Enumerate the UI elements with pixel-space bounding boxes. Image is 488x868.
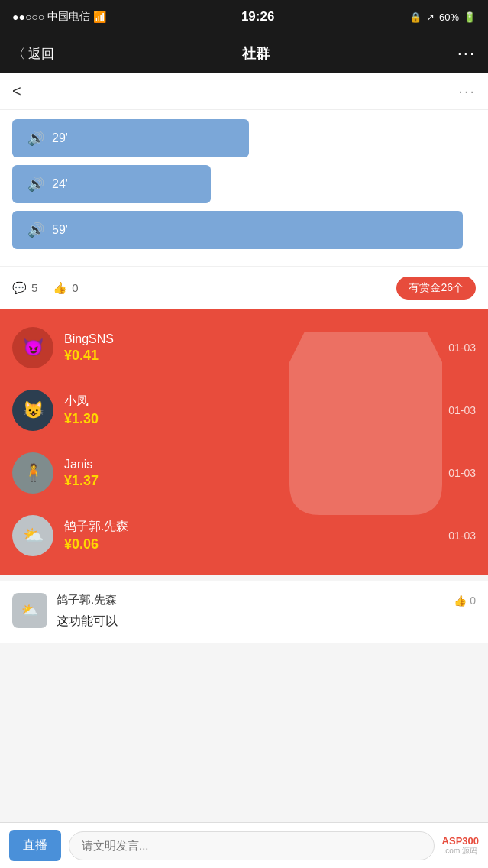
- carrier-label: 中国电信: [47, 10, 90, 24]
- comment-text-1: 这功能可以: [57, 612, 476, 630]
- comment-username-1: 鸽子郭.先森: [57, 593, 117, 607]
- voice-duration-1: 29': [52, 131, 68, 145]
- recipient-row-4: ⛅ 鸽子郭.先森 ¥0.06 01-03: [0, 504, 488, 567]
- comment-avatar-1: ⛅: [12, 593, 47, 628]
- comment-count: 5: [31, 281, 37, 294]
- message-input[interactable]: [69, 831, 435, 860]
- comment-body-1: 鸽子郭.先森 👍 0 这功能可以: [57, 593, 476, 630]
- recipient-avatar-2: 😺: [12, 390, 53, 431]
- recipient-info-2: 小凤 ¥1.30: [64, 394, 438, 427]
- nav-more-button[interactable]: ···: [457, 44, 476, 63]
- recipient-avatar-3: 🧍: [12, 452, 53, 494]
- reactions-left: 💬 5 👍 0: [12, 281, 79, 295]
- comment-icon: 💬: [12, 281, 27, 295]
- recipient-amount-1: ¥0.41: [64, 348, 438, 364]
- sub-nav: < ···: [0, 73, 488, 110]
- recipient-row-2: 😺 小凤 ¥1.30 01-03: [0, 379, 488, 442]
- voice-duration-3: 59': [52, 223, 68, 237]
- comment-header-1: 鸽子郭.先森 👍 0: [57, 593, 476, 607]
- voice-messages-area: 🔊 29' 🔊 24' 🔊 59': [0, 110, 488, 266]
- comment-section: ⛅ 鸽子郭.先森 👍 0 这功能可以: [0, 581, 488, 643]
- reward-label: 有赏金26个: [409, 281, 464, 293]
- nav-back-label: 返回: [28, 45, 54, 63]
- nav-bar: 〈 返回 社群 ···: [0, 34, 488, 73]
- thumb-icon-1: 👍: [454, 594, 467, 607]
- recipient-row-3: 🧍 Janis ¥1.37 01-03: [0, 442, 488, 504]
- voice-duration-2: 24': [52, 177, 68, 191]
- recipient-date-2: 01-03: [448, 404, 476, 416]
- like-count: 0: [72, 281, 78, 294]
- recipient-info-1: BingSNS ¥0.41: [64, 332, 438, 364]
- recipient-date-3: 01-03: [448, 467, 476, 479]
- recipient-name-2: 小凤: [64, 394, 438, 410]
- watermark: ASP300 .com 源码: [442, 835, 479, 857]
- speaker-icon-3: 🔊: [27, 222, 44, 238]
- red-packet-area: ¥ 😈 BingSNS ¥0.41 01-03 😺 小凤 ¥1.30 01-03: [0, 309, 488, 575]
- recipient-amount-4: ¥0.06: [64, 536, 438, 552]
- recipient-amount-3: ¥1.37: [64, 473, 438, 489]
- recipient-name-3: Janis: [64, 458, 438, 471]
- recipient-list: 😈 BingSNS ¥0.41 01-03 😺 小凤 ¥1.30 01-03 🧍: [0, 309, 488, 575]
- recipient-date-1: 01-03: [448, 342, 476, 354]
- speaker-icon-1: 🔊: [27, 130, 44, 147]
- speaker-icon-2: 🔊: [27, 176, 44, 193]
- reward-badge[interactable]: 有赏金26个: [396, 277, 476, 300]
- voice-message-2[interactable]: 🔊 24': [12, 165, 211, 203]
- recipient-info-4: 鸽子郭.先森 ¥0.06: [64, 519, 438, 552]
- bottom-bar: 直播 ASP300 .com 源码: [0, 822, 488, 868]
- recipient-avatar-4: ⛅: [12, 515, 53, 556]
- reactions-bar: 💬 5 👍 0 有赏金26个: [0, 266, 488, 309]
- battery-icon: 🔋: [464, 11, 476, 23]
- like-button[interactable]: 👍 0: [53, 281, 78, 295]
- recipient-name-1: BingSNS: [64, 332, 438, 346]
- live-button[interactable]: 直播: [9, 830, 61, 861]
- voice-message-3[interactable]: 🔊 59': [12, 211, 463, 249]
- nav-title: 社群: [242, 44, 270, 63]
- back-chevron-icon: 〈: [12, 45, 25, 63]
- status-right: 🔒 ↗ 60% 🔋: [409, 11, 476, 23]
- nav-back-button[interactable]: 〈 返回: [12, 45, 54, 63]
- recipient-info-3: Janis ¥1.37: [64, 458, 438, 489]
- battery-label: 60%: [439, 11, 459, 23]
- sub-nav-more-button[interactable]: ···: [458, 83, 476, 100]
- comment-like-button-1[interactable]: 👍 0: [454, 594, 476, 607]
- recipient-amount-2: ¥1.30: [64, 411, 438, 427]
- recipient-avatar-1: 😈: [12, 327, 53, 368]
- comment-like-count-1: 0: [470, 594, 476, 607]
- status-bar: ●●○○○ 中国电信 📶 19:26 🔒 ↗ 60% 🔋: [0, 0, 488, 34]
- recipient-name-4: 鸽子郭.先森: [64, 519, 438, 535]
- recipient-row-1: 😈 BingSNS ¥0.41 01-03: [0, 316, 488, 379]
- lock-icon: 🔒: [409, 11, 422, 23]
- wifi-icon: 📶: [93, 11, 106, 23]
- comment-button[interactable]: 💬 5: [12, 281, 37, 295]
- comment-item-1: ⛅ 鸽子郭.先森 👍 0 这功能可以: [12, 593, 476, 630]
- voice-message-1[interactable]: 🔊 29': [12, 119, 249, 157]
- location-icon: ↗: [426, 11, 435, 23]
- like-icon: 👍: [53, 281, 67, 295]
- status-time: 19:26: [241, 9, 274, 24]
- recipient-date-4: 01-03: [448, 530, 476, 542]
- signal-dots: ●●○○○: [12, 11, 44, 23]
- status-left: ●●○○○ 中国电信 📶: [12, 10, 106, 24]
- sub-nav-back-button[interactable]: <: [12, 83, 21, 100]
